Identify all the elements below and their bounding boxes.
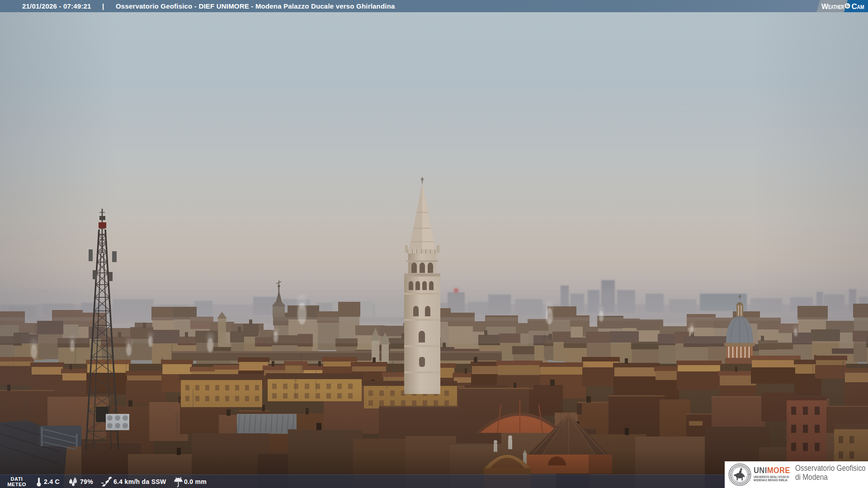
svg-text:EATHER: EATHER <box>828 4 844 10</box>
svg-text:AM: AM <box>857 4 864 10</box>
svg-text:C: C <box>852 2 857 11</box>
svg-text:W: W <box>821 3 829 10</box>
